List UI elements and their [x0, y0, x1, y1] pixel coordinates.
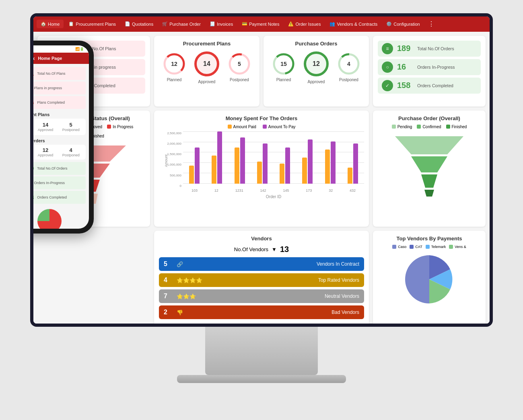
phone-plans-completed[interactable]: ✓ 246 Plans Completed: [30, 96, 86, 109]
cart-icon: 🛒: [162, 21, 168, 27]
phone-orders-completed[interactable]: ✓ 158 Orders Completed: [30, 191, 86, 204]
nav-more-button[interactable]: ⋮: [425, 18, 438, 29]
bar-paid-432[interactable]: [348, 168, 352, 184]
bar-paid-173[interactable]: [302, 158, 307, 184]
total-orders-number: 189: [397, 44, 413, 53]
contract-icon: 🔗: [177, 261, 183, 267]
legend-confirmed-dot: [417, 125, 421, 129]
purchase-orders-title: Purchase Orders: [268, 41, 364, 47]
phone-plans-progress[interactable]: ○ 31 Plans in progress: [30, 82, 86, 94]
legend-amount-to-pay: Amount To Pay: [263, 125, 296, 129]
phone-po-title: Purchase Orders: [30, 138, 86, 143]
po-funnel-legend: Pending Confirmed Finished: [378, 125, 481, 129]
svg-text:15: 15: [280, 61, 287, 67]
bar-topay-1231[interactable]: [240, 137, 245, 184]
bar-topay-32[interactable]: [331, 141, 336, 184]
invoice-icon: 🧾: [210, 21, 215, 27]
nav-procurement-plans[interactable]: 📋 Proucurement Plans: [64, 20, 120, 28]
nav-quotations[interactable]: 📄 Quotations: [121, 20, 157, 28]
phone-total-orders[interactable]: ≡ 189 Total No.Of Orders: [30, 162, 86, 175]
phone-orders-progress[interactable]: ○ 16 Orders In-Progress: [30, 176, 86, 189]
nav-vendors[interactable]: 👥 Vendors & Contracts: [325, 20, 381, 28]
bar-paid-103[interactable]: [189, 166, 194, 184]
po-approved-circle: 12 Approved: [302, 50, 330, 84]
orders-stats-card: ≡ 189 Total No.Of Orders ○ 16 Orders In-…: [373, 36, 486, 107]
filter-icon[interactable]: ▼: [272, 246, 277, 252]
x-axis-title: Order ID: [183, 195, 364, 199]
bar-topay-103[interactable]: [195, 148, 200, 184]
phone-total-plans[interactable]: ≡ 211 Total No.Of Plans: [30, 67, 86, 80]
bad-icons: 👎: [177, 309, 183, 316]
nav-order-issues[interactable]: ⚠️ Order Issues: [284, 20, 325, 28]
phone-po-approved: 12 Approved: [38, 147, 54, 157]
nav-payment-notes[interactable]: 💳 Payment Notes: [238, 20, 283, 28]
phone-po-postponed: 4 Postponed: [62, 147, 80, 157]
procurement-plans-card: Procurement Plans 12 Planned: [154, 36, 259, 107]
postponed-circle: 5 Postponed: [227, 52, 251, 82]
phone-pp-approved: 14 Approved: [38, 122, 54, 132]
doc-icon: 📄: [125, 21, 130, 27]
po-planned-circle: 15 Planned: [272, 52, 296, 82]
phone-pie-section: Mark Vens & co: [30, 207, 86, 229]
bar-topay-173[interactable]: [308, 139, 313, 184]
nav-invoices[interactable]: 🧾 Invoices: [206, 20, 237, 28]
amount-paid-dot: [228, 125, 232, 129]
orders-progress-number: 16: [397, 62, 413, 72]
vendors-title: Vendors: [159, 236, 364, 242]
orders-progress-row[interactable]: ○ 16 Orders In-Progress: [378, 59, 481, 75]
bars-container: [183, 131, 364, 184]
pie-legend: Caso CAT Telemark Vens &: [378, 245, 481, 249]
bar-paid-12[interactable]: [212, 156, 216, 184]
bad-vendors-row[interactable]: 2 👎 Bad Vendors: [159, 305, 364, 319]
bar-topay-432[interactable]: [353, 143, 358, 184]
procurement-plans-circles: 12 Planned 14 Approved: [159, 50, 255, 84]
po-overall-card: Purchase Order (Overall) Pending Confirm…: [373, 111, 486, 227]
svg-text:5: 5: [238, 61, 241, 67]
svg-text:14: 14: [203, 60, 210, 67]
gear-icon: ⚙️: [386, 21, 392, 27]
users-icon: 👥: [329, 21, 335, 27]
bar-pair-173: [296, 139, 319, 184]
bar-pair-145: [274, 148, 296, 184]
monitor-base: [177, 375, 346, 383]
legend-amount-paid: Amount Paid: [228, 125, 256, 129]
orders-completed-label: Orders Completed: [417, 83, 453, 88]
bar-pair-103: [183, 148, 206, 184]
clipboard-icon: 📋: [68, 21, 74, 27]
bar-paid-32[interactable]: [325, 150, 330, 184]
neutral-icons: ⭐⭐⭐: [177, 293, 196, 299]
money-chart-card: Money Spent For The Orders Amount Paid A…: [154, 111, 369, 227]
phone-status-bar: 9:41 📶🔋: [30, 45, 89, 53]
bar-paid-1231[interactable]: [235, 148, 239, 184]
bar-topay-145[interactable]: [285, 148, 290, 184]
bar-topay-12[interactable]: [217, 131, 222, 184]
legend-pending: Pending: [392, 125, 412, 129]
nav-home[interactable]: 🏠 Home: [37, 20, 64, 28]
phone-pp-title: Procurement Plans: [30, 112, 86, 117]
legend-caso: Caso: [392, 245, 406, 249]
nav-purchase-order[interactable]: 🛒 Purchase Order: [158, 20, 205, 28]
neutral-vendors-row[interactable]: 7 ⭐⭐⭐ Neutral Vendors: [159, 289, 364, 303]
top-rated-vendors-row[interactable]: 4 ⭐⭐⭐⭐ Top Rated Vendors: [159, 273, 364, 287]
svg-text:12: 12: [171, 61, 177, 67]
legend-confirmed: Confirmed: [417, 125, 441, 129]
bar-paid-145[interactable]: [280, 164, 284, 184]
bar-topay-142[interactable]: [263, 143, 268, 184]
orders-progress-label: Orders In-Progress: [417, 65, 455, 70]
phone-back-button[interactable]: ‹: [33, 55, 35, 61]
svg-marker-24: [421, 174, 437, 188]
po-overall-title: Purchase Order (Overall): [378, 115, 481, 121]
svg-marker-22: [395, 136, 463, 154]
top-vendors-card: Top Vendors By Payments Caso CAT Telemar…: [373, 231, 486, 326]
phone-content: ≡ 211 Total No.Of Plans ○ 31 Plans in pr…: [30, 64, 89, 229]
bar-paid-142[interactable]: [257, 162, 262, 184]
orders-completed-icon: ✓: [382, 80, 393, 91]
orders-completed-row[interactable]: ✓ 158 Orders Completed: [378, 78, 481, 94]
x-axis-labels: 10312123114214517332432: [183, 188, 364, 193]
monitor-screen: 🏠 Home 📋 Proucurement Plans 📄 Quotations…: [30, 13, 493, 327]
nav-configuration[interactable]: ⚙️ Configuration: [382, 20, 424, 28]
legend-in-progress: In Progress: [107, 125, 133, 129]
vendors-in-contract-row[interactable]: 5 🔗 Vendors In Contract: [159, 257, 364, 271]
bar-chart-area: Amount 2,500,000 2,000,000 1,500,000 1,0…: [159, 131, 364, 200]
total-orders-row[interactable]: ≡ 189 Total No.Of Orders: [378, 41, 481, 57]
